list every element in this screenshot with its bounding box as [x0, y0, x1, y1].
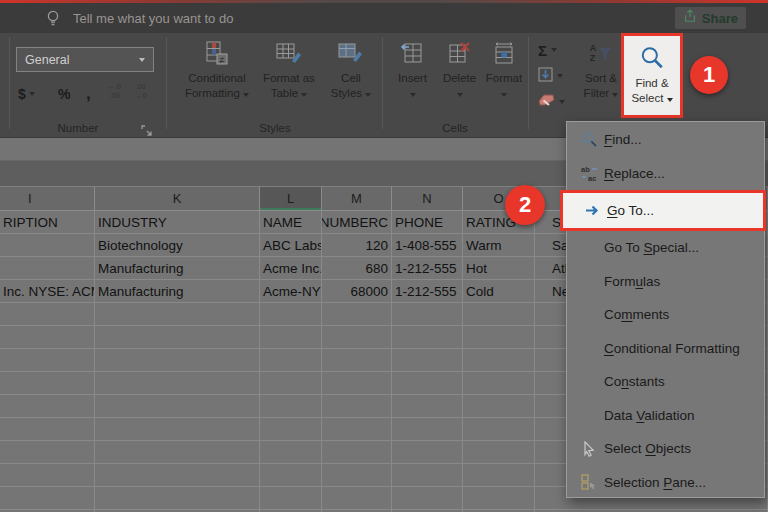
menu-item-replace[interactable]: abacReplace...	[567, 157, 764, 191]
menu-item-constants[interactable]: Constants	[567, 365, 764, 399]
cell[interactable]	[260, 464, 322, 487]
cell[interactable]	[392, 441, 463, 464]
cell[interactable]	[260, 441, 322, 464]
cell[interactable]	[260, 303, 322, 326]
cell[interactable]	[0, 372, 95, 395]
cell[interactable]	[95, 464, 260, 487]
column-header-N[interactable]: N	[392, 187, 463, 211]
cell[interactable]	[0, 487, 95, 510]
menu-item-data-validation[interactable]: Data Validation	[567, 399, 764, 433]
cell[interactable]	[260, 372, 322, 395]
cell[interactable]: Acme Inc.	[260, 257, 322, 280]
cell[interactable]: 68000	[322, 280, 392, 303]
cell[interactable]: Biotechnology	[95, 234, 260, 257]
tell-me-input[interactable]: Tell me what you want to do	[73, 11, 233, 26]
menu-item-formulas[interactable]: Formulas	[567, 265, 764, 299]
cell[interactable]: ABC Labs	[260, 234, 322, 257]
menu-item-selection-pane[interactable]: Selection Pane...	[567, 466, 764, 500]
cell[interactable]	[322, 395, 392, 418]
cell[interactable]	[392, 349, 463, 372]
cell[interactable]: 1-408-555	[392, 234, 463, 257]
cell[interactable]	[0, 234, 95, 257]
insert-cells-button[interactable]: Insert	[390, 37, 435, 125]
delete-cells-button[interactable]: Delete	[437, 37, 482, 125]
cell[interactable]	[95, 395, 260, 418]
cell[interactable]	[463, 303, 535, 326]
cell[interactable]: 1-212-555	[392, 280, 463, 303]
cell[interactable]	[463, 441, 535, 464]
cell[interactable]	[392, 303, 463, 326]
cell-styles-button[interactable]: Cell Styles	[324, 37, 378, 125]
cell[interactable]	[392, 418, 463, 441]
cell[interactable]: RIPTION	[0, 211, 95, 234]
cell[interactable]: PHONE	[392, 211, 463, 234]
cell[interactable]	[322, 349, 392, 372]
cell[interactable]	[95, 303, 260, 326]
menu-item-comments[interactable]: Comments	[567, 298, 764, 332]
cell[interactable]	[392, 487, 463, 510]
cell[interactable]	[392, 326, 463, 349]
cell[interactable]	[463, 372, 535, 395]
menu-item-find[interactable]: Find...	[567, 123, 764, 157]
cell[interactable]	[322, 487, 392, 510]
cell[interactable]	[95, 418, 260, 441]
cell[interactable]	[260, 349, 322, 372]
autosum-button[interactable]: Σ	[538, 40, 557, 60]
accounting-format-button[interactable]: $	[18, 82, 35, 106]
menu-item-select-objects[interactable]: Select Objects	[567, 432, 764, 466]
menu-item-conditional-formatting[interactable]: Conditional Formatting	[567, 332, 764, 366]
menu-item-go-to-special[interactable]: Go To Special...	[567, 231, 764, 265]
cell[interactable]	[0, 395, 95, 418]
format-as-table-button[interactable]: Format as Table	[256, 37, 322, 125]
cell[interactable]	[95, 441, 260, 464]
share-button[interactable]: Share	[675, 7, 746, 29]
cell[interactable]: Cold	[463, 280, 535, 303]
cell[interactable]	[392, 372, 463, 395]
cell[interactable]	[95, 487, 260, 510]
cell[interactable]	[0, 303, 95, 326]
cell[interactable]	[463, 349, 535, 372]
cell[interactable]	[322, 326, 392, 349]
cell[interactable]: 120	[322, 234, 392, 257]
find-select-button[interactable]: Find & Select	[621, 33, 683, 118]
cell[interactable]	[463, 464, 535, 487]
cell[interactable]	[322, 441, 392, 464]
cell[interactable]: 680	[322, 257, 392, 280]
column-header-K[interactable]: K	[95, 187, 260, 211]
decrease-decimal-button[interactable]: .00 →.0	[128, 80, 153, 108]
cell[interactable]	[322, 418, 392, 441]
cell[interactable]: NUMBERC	[322, 211, 392, 234]
comma-style-button[interactable]: ,	[86, 82, 91, 106]
cell[interactable]	[0, 441, 95, 464]
cell[interactable]	[95, 326, 260, 349]
cell[interactable]	[95, 349, 260, 372]
column-header-M[interactable]: M	[322, 187, 392, 211]
cell[interactable]	[463, 487, 535, 510]
cell[interactable]	[260, 487, 322, 510]
number-format-dropdown[interactable]: General	[16, 47, 154, 72]
clear-button[interactable]	[538, 92, 565, 112]
cell[interactable]	[260, 418, 322, 441]
menu-item-go-to[interactable]: Go To...	[560, 190, 766, 231]
cell[interactable]	[0, 418, 95, 441]
cell[interactable]	[95, 372, 260, 395]
cell[interactable]	[322, 372, 392, 395]
cell[interactable]: Acme-NY	[260, 280, 322, 303]
cell[interactable]: Inc. NYSE: ACM	[0, 280, 95, 303]
fill-button[interactable]	[538, 66, 563, 86]
percent-style-button[interactable]: %	[58, 82, 70, 106]
increase-decimal-button[interactable]: ←.0 .00	[102, 80, 127, 108]
cell[interactable]	[260, 326, 322, 349]
column-header-L[interactable]: L	[260, 187, 322, 211]
cell[interactable]	[392, 464, 463, 487]
cell[interactable]	[0, 464, 95, 487]
cell[interactable]: Warm	[463, 234, 535, 257]
cell[interactable]	[392, 395, 463, 418]
cell[interactable]: Manufacturing	[95, 280, 260, 303]
cell[interactable]	[0, 257, 95, 280]
cell[interactable]	[0, 349, 95, 372]
cell[interactable]: INDUSTRY	[95, 211, 260, 234]
cell[interactable]: NAME	[260, 211, 322, 234]
conditional-formatting-button[interactable]: ≠ Conditional Formatting	[180, 37, 254, 125]
cell[interactable]	[322, 464, 392, 487]
